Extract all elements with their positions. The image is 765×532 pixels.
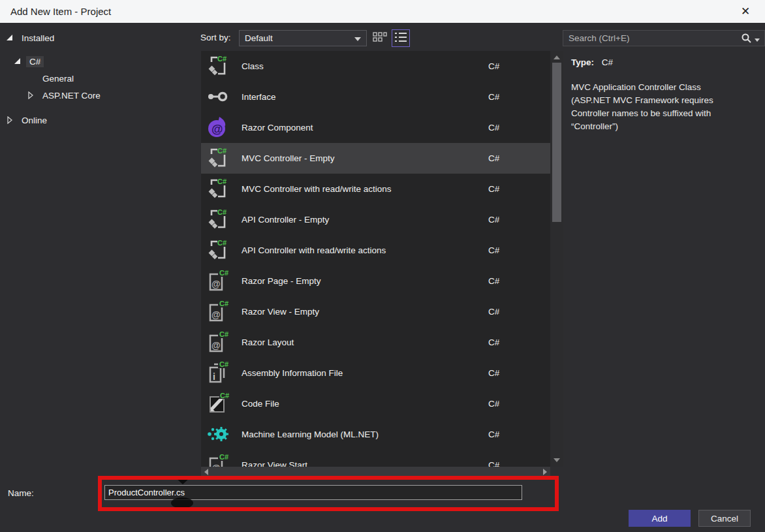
razor-file-icon: @ C# [206, 452, 230, 467]
template-item-assembly-information-file[interactable]: i C#Assembly Information FileC# [201, 358, 550, 388]
tree-expanded-icon[interactable] [14, 58, 26, 65]
template-item-language: C# [488, 174, 499, 204]
csharp-class-icon: C# [206, 54, 230, 78]
template-item-razor-layout[interactable]: @ C#Razor LayoutC# [201, 327, 550, 358]
template-item-api-controller-empty[interactable]: C# API Controller - EmptyC# [201, 204, 550, 235]
template-item-razor-component[interactable]: @Razor ComponentC# [201, 112, 550, 143]
name-label: Name: [8, 488, 34, 498]
search-options-chevron-icon[interactable] [755, 33, 760, 44]
csharp-class-icon: C# [206, 146, 230, 170]
template-item-name: MVC Controller with read/write actions [242, 174, 392, 204]
template-item-name: Razor View Start [242, 450, 307, 467]
template-description: MVC Application Controller Class (ASP.NE… [571, 81, 731, 133]
template-item-language: C# [488, 266, 499, 296]
template-item-language: C# [488, 296, 499, 327]
template-item-code-file[interactable]: C#Code FileC# [201, 388, 550, 419]
tree-collapsed-icon[interactable] [7, 116, 18, 124]
template-item-razor-page-empty[interactable]: @ C#Razor Page - EmptyC# [201, 266, 550, 296]
svg-text:C#: C# [219, 330, 228, 338]
sidebar-item-label: C# [26, 56, 44, 67]
sidebar-item-label: ASP.NET Core [39, 90, 104, 101]
category-tree: InstalledC#GeneralASP.NET CoreOnline [0, 29, 196, 129]
sidebar-item-label: Installed [18, 33, 57, 44]
svg-text:C#: C# [217, 178, 226, 185]
title-bar: Add New Item - Project ✕ [0, 0, 765, 23]
mlnet-icon [206, 422, 230, 446]
template-item-class[interactable]: C# ClassC# [201, 51, 550, 82]
search-box [563, 30, 765, 46]
sort-by-label: Sort by: [200, 33, 231, 42]
vertical-scrollbar-thumb[interactable] [552, 63, 561, 222]
dialog-title: Add New Item - Project [10, 6, 111, 17]
svg-text:i: i [213, 371, 215, 382]
template-item-mvc-controller-with-read-write-actions[interactable]: C# MVC Controller with read/write action… [201, 174, 550, 204]
template-item-name: MVC Controller - Empty [242, 143, 335, 174]
scroll-left-icon[interactable] [201, 469, 211, 475]
svg-text:C#: C# [217, 208, 226, 216]
tree-collapsed-icon[interactable] [27, 91, 39, 99]
code-file-icon: C# [206, 391, 230, 416]
sort-by-dropdown[interactable]: Default [239, 30, 367, 46]
sidebar-item-installed[interactable]: Installed [0, 29, 196, 46]
template-item-name: Class [242, 51, 264, 82]
sidebar-item-c[interactable]: C# [0, 53, 196, 70]
template-item-name: Razor View - Empty [242, 296, 319, 327]
template-item-api-controller-with-read-write-actions[interactable]: C# API Controller with read/write action… [201, 235, 550, 266]
template-item-name: Razor Page - Empty [242, 266, 321, 296]
add-button[interactable]: Add [629, 510, 691, 527]
svg-text:@: @ [211, 340, 221, 351]
svg-text:@: @ [211, 279, 221, 289]
template-item-name: Razor Layout [242, 327, 294, 358]
template-item-interface[interactable]: InterfaceC# [201, 82, 550, 112]
template-item-language: C# [488, 112, 499, 143]
search-input[interactable] [563, 33, 741, 43]
template-item-language: C# [488, 51, 499, 82]
sidebar-item-online[interactable]: Online [0, 112, 196, 129]
template-item-language: C# [488, 419, 499, 450]
name-input[interactable] [104, 485, 522, 500]
search-icon[interactable] [741, 33, 752, 44]
template-item-machine-learning-model-ml-net[interactable]: Machine Learning Model (ML.NET)C# [201, 419, 550, 450]
scroll-down-icon[interactable] [550, 455, 563, 465]
list-view-button[interactable] [392, 29, 410, 47]
template-item-name: Interface [242, 82, 276, 112]
cancel-button[interactable]: Cancel [698, 510, 751, 527]
template-item-razor-view-empty[interactable]: @ C#Razor View - EmptyC# [201, 296, 550, 327]
template-item-language: C# [488, 388, 499, 419]
template-item-razor-view-start[interactable]: @ C#Razor View StartC# [201, 450, 550, 467]
svg-text:C#: C# [217, 55, 226, 63]
sort-by-value: Default [245, 33, 354, 43]
template-item-language: C# [488, 327, 499, 358]
template-item-language: C# [488, 82, 499, 112]
svg-text:@: @ [211, 123, 223, 136]
template-item-language: C# [488, 450, 499, 467]
vertical-scrollbar[interactable] [550, 51, 563, 467]
horizontal-scrollbar[interactable] [201, 467, 550, 477]
template-list: C# ClassC# InterfaceC# @Razor ComponentC… [201, 51, 550, 467]
csharp-class-icon: C# [206, 238, 230, 262]
scroll-up-icon[interactable] [550, 52, 563, 63]
template-item-name: Code File [242, 388, 279, 419]
close-icon[interactable]: ✕ [731, 0, 760, 23]
svg-text:C#: C# [217, 239, 226, 247]
template-item-language: C# [488, 204, 499, 235]
svg-text:@: @ [211, 309, 221, 320]
tile-view-button[interactable] [371, 29, 389, 47]
sidebar-item-general[interactable]: General [0, 70, 196, 87]
annotation-artifact-top [175, 477, 191, 484]
csharp-class-icon: C# [206, 207, 230, 232]
tree-expanded-icon[interactable] [7, 35, 18, 41]
scroll-right-icon[interactable] [540, 469, 550, 475]
tile-view-icon [373, 31, 387, 46]
sidebar-item-asp-net-core[interactable]: ASP.NET Core [0, 87, 196, 104]
svg-text:C#: C# [219, 269, 228, 277]
razor-file-icon: @ C# [206, 299, 230, 324]
template-item-mvc-controller-empty[interactable]: C# MVC Controller - EmptyC# [201, 143, 550, 174]
template-item-language: C# [488, 358, 499, 388]
type-label: Type: [571, 57, 594, 67]
list-view-icon [394, 32, 407, 45]
svg-text:C#: C# [219, 453, 228, 461]
template-item-name: Machine Learning Model (ML.NET) [242, 419, 379, 450]
annotation-artifact-bottom [171, 497, 193, 509]
template-details-panel: Type: C# MVC Application Controller Clas… [571, 57, 754, 133]
